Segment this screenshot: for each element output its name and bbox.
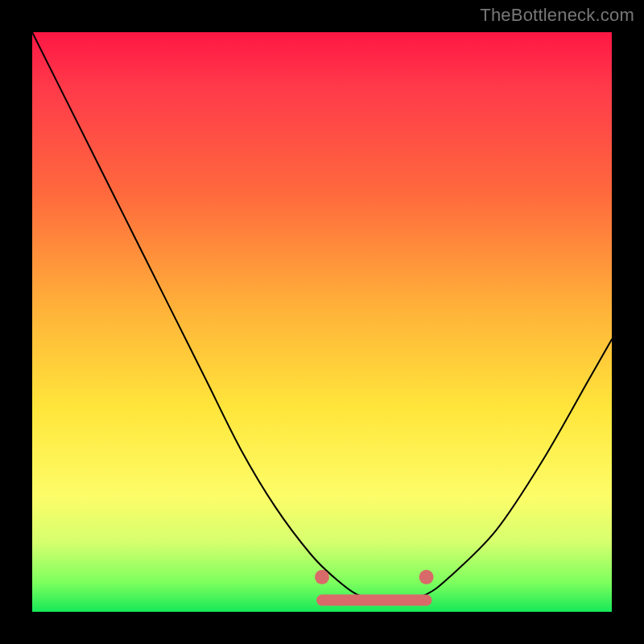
plot-area xyxy=(32,32,612,612)
curve-overlay xyxy=(32,32,612,612)
optimal-start-marker xyxy=(315,570,329,584)
bottleneck-curve xyxy=(32,32,612,601)
chart-frame: TheBottleneck.com xyxy=(0,0,644,644)
watermark-text: TheBottleneck.com xyxy=(480,5,634,26)
optimal-end-marker xyxy=(419,570,434,584)
